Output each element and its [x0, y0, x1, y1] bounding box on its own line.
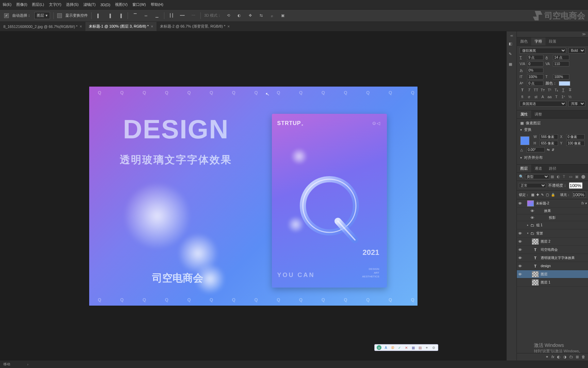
ot-half[interactable]: ½: [567, 94, 573, 99]
align-header[interactable]: ▾对齐并分布: [520, 155, 585, 160]
status-more-icon[interactable]: ›: [27, 363, 28, 366]
layer-row[interactable]: 👁图层 2: [517, 237, 588, 246]
filter-smart-icon[interactable]: ▣: [575, 174, 580, 179]
expand-icon[interactable]: ▾: [527, 232, 528, 235]
lock-position-icon[interactable]: ✚: [536, 193, 539, 197]
ot-1st[interactable]: 1ˢ: [560, 94, 566, 99]
menu-type[interactable]: 文字(Y): [49, 2, 62, 7]
flip-v-icon[interactable]: ⇵: [552, 148, 554, 152]
layer-row[interactable]: 👁投影: [517, 214, 588, 221]
fx-icon[interactable]: fx: [551, 355, 554, 359]
visibility-icon[interactable]: 👁: [518, 231, 523, 235]
tab-adjustments[interactable]: 调整: [531, 110, 545, 118]
layer-name[interactable]: design: [541, 264, 587, 268]
swatches-icon[interactable]: ▦: [509, 62, 515, 68]
expand-panels-icon[interactable]: ≪: [510, 34, 513, 37]
group-icon[interactable]: 🗀: [569, 355, 573, 359]
history-icon[interactable]: ◧: [509, 42, 515, 48]
3d-zoom-icon[interactable]: ⌕: [268, 12, 276, 19]
baseline-input[interactable]: [527, 81, 543, 86]
scale-input[interactable]: [527, 68, 543, 73]
layer-row[interactable]: 👁▾🗀背景: [517, 229, 588, 237]
visibility-icon[interactable]: 👁: [518, 240, 523, 244]
expand-icon[interactable]: ▸: [527, 224, 528, 227]
height-input[interactable]: [540, 141, 558, 146]
menu-select[interactable]: 选择(S): [66, 2, 79, 7]
link-layers-icon[interactable]: ⚭: [545, 355, 549, 359]
layer-row[interactable]: 👁T透明玻璃文字字体效果: [517, 254, 588, 262]
3d-camera-icon[interactable]: ▣: [279, 12, 287, 19]
smallcaps-button[interactable]: Tᴛ: [540, 87, 545, 93]
visibility-icon[interactable]: 👁: [518, 201, 523, 205]
ot-A[interactable]: A: [540, 94, 545, 99]
floating-toolbar[interactable]: ●A⦿ ✓✕▦ ▤✦⚙: [374, 344, 438, 351]
filter-shape-icon[interactable]: ▭: [569, 174, 574, 179]
menu-image[interactable]: 图像(I): [16, 2, 27, 7]
tab-color[interactable]: 颜色: [517, 37, 531, 45]
tab-channels[interactable]: 通道: [531, 165, 545, 172]
menu-filter[interactable]: 滤镜(T): [83, 2, 96, 7]
layer-name[interactable]: 图层 1: [541, 280, 587, 285]
ot-T1[interactable]: T: [554, 94, 559, 99]
delete-layer-icon[interactable]: 🗑: [582, 355, 585, 359]
layer-name[interactable]: 图层 2: [541, 239, 587, 244]
layer-name[interactable]: 透明玻璃文字字体效果: [541, 256, 587, 260]
layer-row[interactable]: 👁T司空电商会: [517, 246, 588, 254]
layer-row[interactable]: 👁效果: [517, 208, 588, 214]
align-right-icon[interactable]: ▐: [117, 12, 124, 19]
allcaps-button[interactable]: TT: [533, 87, 539, 93]
mask-icon[interactable]: ◐: [557, 355, 560, 359]
strike-button[interactable]: T̶: [567, 87, 573, 93]
font-weight-select[interactable]: Bold: [568, 48, 585, 53]
visibility-icon[interactable]: 👁: [518, 264, 523, 268]
3d-roll-icon[interactable]: ◐: [235, 12, 243, 19]
fill-input[interactable]: [572, 192, 586, 198]
layer-name[interactable]: 投影: [549, 215, 587, 220]
x-input[interactable]: [566, 134, 585, 139]
filter-toggle-icon[interactable]: ⬤: [581, 174, 586, 179]
adjustment-icon[interactable]: ◑: [563, 355, 567, 359]
tab-properties[interactable]: 属性: [517, 110, 531, 118]
layer-row[interactable]: 👁未标题-2fx ▾: [517, 199, 588, 208]
layer-row[interactable]: 👁图层: [517, 270, 588, 278]
layer-row[interactable]: 图层 1: [517, 278, 588, 287]
align-middle-icon[interactable]: ═: [142, 12, 150, 19]
document-tab[interactable]: 未标题-2 @ 66.7% (渐变背景, RGB/8) *×: [157, 22, 233, 31]
lock-pixels-icon[interactable]: ▦: [531, 193, 534, 197]
tab-paths[interactable]: 路径: [545, 165, 560, 172]
ot-fi[interactable]: fi: [520, 94, 525, 99]
collapse-panels-icon[interactable]: ≫: [517, 31, 588, 37]
tab-character[interactable]: 字符: [531, 37, 545, 45]
y-input[interactable]: [566, 141, 585, 146]
filter-pixel-icon[interactable]: ▦: [551, 174, 555, 179]
ot-sigma[interactable]: σ: [526, 94, 532, 99]
document-tab[interactable]: 8_165121608000_2.jpg @ 66.7%(RGB/8#) *×: [0, 22, 85, 31]
3d-slide-icon[interactable]: ⇆: [257, 12, 265, 19]
close-icon[interactable]: ×: [227, 24, 230, 29]
language-select[interactable]: 美国英语: [520, 101, 566, 107]
layer-name[interactable]: 背景: [536, 231, 587, 236]
layer-row[interactable]: ▸🗀组 1: [517, 221, 588, 229]
document-tab[interactable]: 未标题-1 @ 100% (图层 3, RGB/8) *×: [85, 22, 157, 31]
vscale-input[interactable]: [527, 74, 543, 79]
align-left-icon[interactable]: ▌: [95, 12, 102, 19]
tracking-input[interactable]: [553, 61, 569, 66]
leading-input[interactable]: [553, 55, 569, 60]
visibility-icon[interactable]: 👁: [518, 272, 523, 276]
tab-paragraph[interactable]: 段落: [545, 37, 560, 45]
layer-name[interactable]: 司空电商会: [541, 247, 587, 252]
filter-adjust-icon[interactable]: ◐: [557, 174, 561, 179]
font-family-select[interactable]: 微软雅黑: [520, 48, 566, 53]
align-top-icon[interactable]: ▔: [131, 12, 139, 19]
menu-edit[interactable]: 辑(E): [3, 2, 12, 7]
filter-select[interactable]: 类型: [525, 174, 549, 179]
layer-name[interactable]: 组 1: [536, 223, 587, 228]
superscript-button[interactable]: T¹: [547, 87, 552, 93]
3d-pan-icon[interactable]: ✥: [246, 12, 254, 19]
tab-layers[interactable]: 图层: [517, 165, 531, 172]
menu-layer[interactable]: 图层(L): [32, 2, 44, 7]
align-center-h-icon[interactable]: ▐: [106, 12, 113, 19]
show-transform-checkbox[interactable]: [57, 13, 62, 18]
width-input[interactable]: [540, 134, 558, 139]
new-layer-icon[interactable]: ⊞: [576, 355, 579, 359]
